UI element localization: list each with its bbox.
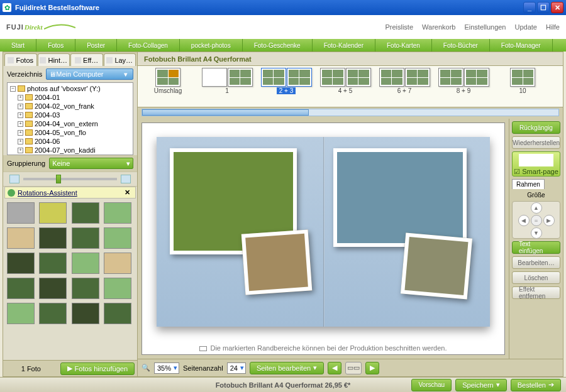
photo-thumb[interactable] [39,202,67,224]
book-canvas[interactable]: Die markierten Randbereiche können bei d… [142,122,505,355]
photo-thumb[interactable] [39,278,67,299]
photo-thumb[interactable] [104,202,131,224]
nav-fotos[interactable]: Fotos [36,39,75,52]
thumb-small-icon[interactable] [9,175,19,183]
edit-button[interactable]: Bearbeiten… [512,256,560,269]
spread-6-7[interactable]: 6 + 7 [378,68,431,107]
tree-item[interactable]: +2004-05_von_flo [9,128,131,137]
scrollbar-thumb[interactable] [142,109,309,116]
size-pad: ▲ ◀ ＝ ▶ ▼ [512,201,560,239]
prev-page-button[interactable]: ◀ [328,362,341,374]
edit-pages-button[interactable]: Seiten bearbeiten▾ [250,362,324,374]
redo-button[interactable]: Wiederherstellen [512,136,560,149]
photo-thumb[interactable] [72,278,99,299]
nav-karten[interactable]: Foto-Karten [375,39,432,52]
spread-umschlag[interactable]: Umschlag [142,68,194,107]
tree-root[interactable]: −photos auf 'vboxsvr' (Y:) [9,84,131,93]
page-count-combo[interactable]: 24▾ [227,362,246,374]
size-left-button[interactable]: ◀ [518,215,530,226]
photo-thumb[interactable] [7,253,35,274]
nav-buecher[interactable]: Foto-Bücher [432,39,490,52]
spread-2-3[interactable]: 2 + 3 [260,68,313,107]
nav-start[interactable]: Start [0,39,36,52]
size-right-button[interactable]: ▶ [543,215,555,226]
tree-item[interactable]: +2004-07_von_kaddi [9,146,131,155]
photo-thumb[interactable] [104,278,131,299]
save-button[interactable]: Speichern▾ [455,379,507,391]
next-page-button[interactable]: ▶ [365,362,379,374]
tree-item[interactable]: +2004-02_von_frank [9,102,131,111]
spread-1[interactable]: 1 [201,68,253,107]
add-photos-button[interactable]: ▶Fotos hinzufügen [60,362,135,375]
photo-icon [8,57,14,63]
nav-pocket[interactable]: pocket-photos [180,39,243,52]
delete-button[interactable]: Löschen [512,271,560,284]
left-panel: Fotos Hint… Eff… Lay… Verzeichnis 🖥 Mein… [3,52,138,376]
rotations-link[interactable]: Rotations-Assistent [18,189,122,197]
tree-item[interactable]: +2004-06 [9,137,131,146]
tree-item[interactable]: +2004-03 [9,111,131,119]
verzeichnis-combo[interactable]: 🖥 Mein Computer ▾ [46,68,133,80]
link-preisliste[interactable]: Preisliste [385,23,413,31]
tree-item[interactable]: +2004-01 [9,93,131,102]
close-icon[interactable]: ✕ [122,188,133,197]
undo-button[interactable]: Rückgängig [512,121,560,134]
placed-photo[interactable] [401,233,472,299]
zoom-combo[interactable]: 35%▾ [154,362,179,374]
photo-thumb[interactable] [39,253,67,274]
nav-geschenke[interactable]: Foto-Geschenke [243,39,313,52]
photo-thumb[interactable] [7,227,35,249]
photo-thumb[interactable] [7,303,35,324]
photo-thumb[interactable] [72,202,99,224]
rahmen-tab[interactable]: Rahmen [512,179,545,189]
gruppierung-combo[interactable]: Keine▾ [49,158,133,169]
directory-tree[interactable]: −photos auf 'vboxsvr' (Y:) +2004-01 +200… [7,82,133,155]
spread-10[interactable]: 10 [496,68,549,107]
nav-poster[interactable]: Poster [75,39,117,52]
photo-thumb[interactable] [104,253,131,274]
maximize-button[interactable]: ☐ [537,2,550,13]
order-button[interactable]: Bestellen➔ [511,379,561,391]
placed-photo[interactable] [333,148,467,247]
tab-fotos[interactable]: Fotos [4,53,37,66]
thumb-slider-track[interactable] [23,178,117,180]
size-center-button[interactable]: ＝ [531,215,542,226]
crop-box-icon [199,346,207,351]
photo-thumb[interactable] [39,303,67,324]
thumb-slider-knob[interactable] [56,175,61,183]
nav-kalender[interactable]: Foto-Kalender [313,39,375,52]
photo-thumb[interactable] [72,253,99,274]
close-button[interactable]: ✕ [551,2,563,13]
tab-lay[interactable]: Lay… [104,53,136,66]
photo-thumb[interactable] [39,227,67,249]
size-down-button[interactable]: ▼ [531,227,542,239]
text-insert-button[interactable]: Text einfügen [512,241,560,254]
nav-manager[interactable]: Foto-Manager [490,39,553,52]
size-up-button[interactable]: ▲ [531,202,542,214]
tab-hint[interactable]: Hint… [38,53,70,66]
photo-thumb[interactable] [104,303,131,324]
photo-thumb[interactable] [7,278,35,299]
smartpage-button[interactable]: ☑ Smart-page [512,151,560,177]
tree-item[interactable]: +2004-04_von_extern [9,119,131,128]
link-update[interactable]: Update [515,23,537,31]
spread-scrollbar[interactable] [142,109,559,116]
photo-thumb[interactable] [72,227,99,249]
spread-8-9[interactable]: 8 + 9 [437,68,490,107]
photo-thumb[interactable] [104,227,131,249]
minimize-button[interactable]: _ [523,2,536,13]
placed-photo[interactable] [241,229,312,295]
book-overview-button[interactable]: ▭▭ [345,362,362,374]
photo-thumb[interactable] [7,202,35,224]
remove-effect-button[interactable]: Effekt entfernen [512,286,560,299]
zoom-icon[interactable]: 🔍 [142,364,150,372]
link-warenkorb[interactable]: Warenkorb [422,23,455,31]
link-einstellungen[interactable]: Einstellungen [464,23,506,31]
preview-button[interactable]: Vorschau [411,379,452,391]
tab-eff[interactable]: Eff… [70,53,103,66]
link-hilfe[interactable]: Hilfe [546,23,560,31]
photo-thumb[interactable] [72,303,99,324]
thumb-large-icon[interactable] [121,175,131,183]
nav-collagen[interactable]: Foto-Collagen [117,39,180,52]
spread-4-5[interactable]: 4 + 5 [319,68,372,107]
